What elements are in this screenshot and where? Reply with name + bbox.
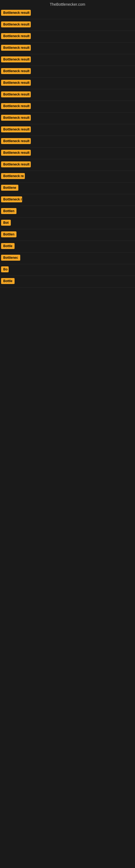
bottleneck-result-badge[interactable]: Bottleneck result [1,103,31,109]
bottleneck-result-badge[interactable]: Bottlenec [1,255,20,261]
list-item: Bottleneck result [0,159,135,171]
bottleneck-result-badge[interactable]: Bottlen [1,208,16,214]
list-item: Bottleneck result [0,89,135,101]
bottleneck-result-badge[interactable]: Bottleneck result [1,33,31,39]
bottleneck-result-badge[interactable]: Bottleneck result [1,150,31,156]
list-item: Bottleneck result [0,136,135,148]
list-item: Bo [0,264,135,276]
bottleneck-result-badge[interactable]: Bottle [1,243,14,249]
site-header: TheBottlenecker.com [0,0,135,8]
bottleneck-result-badge[interactable]: Bottleneck result [1,115,31,121]
bottleneck-result-badge[interactable]: Bottlene [1,185,18,191]
list-item: Bottleneck result [0,19,135,31]
bottleneck-result-badge[interactable]: Bottleneck result [1,68,31,74]
list-item: Bottle [0,276,135,287]
list-item: Bottle [0,241,135,252]
list-item: Bottleneck result [0,54,135,66]
list-item: Bottlene [0,183,135,194]
bottleneck-result-badge[interactable]: Bottleneck r [1,196,22,203]
bottleneck-result-badge[interactable]: Bottleneck result [1,10,31,16]
list-item: Bottleneck result [0,31,135,42]
list-item: Bottleneck result [0,8,135,19]
list-item: Bottlenec [0,252,135,264]
list-item: Bottleneck result [0,66,135,78]
bottleneck-result-badge[interactable]: Bottlen [1,231,16,237]
bottleneck-result-badge[interactable]: Bo [1,267,9,272]
list-item: Bottleneck result [0,101,135,113]
list-item: Bottleneck r [0,194,135,206]
list-item: Bottleneck result [0,148,135,159]
rows-container: Bottleneck resultBottleneck resultBottle… [0,8,135,287]
bottleneck-result-badge[interactable]: Bottleneck result [1,91,31,97]
list-item: Bottleneck result [0,124,135,136]
list-item: Bottlen [0,206,135,218]
bottleneck-result-badge[interactable]: Bottleneck result [1,22,31,27]
site-title: TheBottlenecker.com [0,0,135,8]
bottleneck-result-badge[interactable]: Bottleneck result [1,45,31,51]
bottleneck-result-badge[interactable]: Bottle [1,278,14,284]
bottleneck-result-badge[interactable]: Bottleneck result [1,56,31,62]
bottleneck-result-badge[interactable]: Bottleneck result [1,138,31,144]
list-item: Bottleneck result [0,42,135,54]
bottleneck-result-badge[interactable]: Bot [1,220,11,226]
list-item: Bottleneck result [0,78,135,89]
bottleneck-result-badge[interactable]: Bottleneck re [1,173,25,179]
list-item: Bottleneck re [0,171,135,183]
list-item: Bottleneck result [0,113,135,124]
bottleneck-result-badge[interactable]: Bottleneck result [1,80,31,86]
bottleneck-result-badge[interactable]: Bottleneck result [1,161,31,167]
list-item: Bottlen [0,229,135,241]
bottleneck-result-badge[interactable]: Bottleneck result [1,126,31,132]
list-item: Bot [0,218,135,229]
